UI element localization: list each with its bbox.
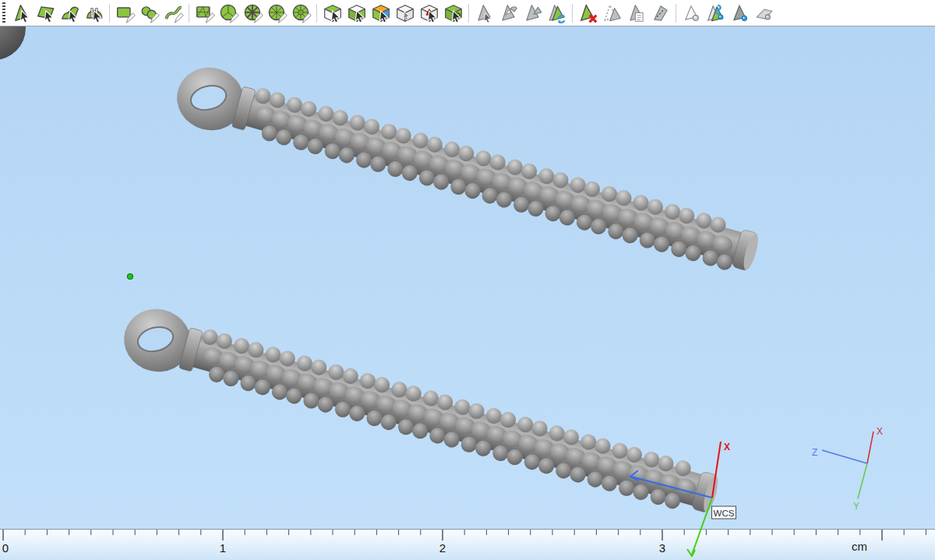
- cancel-selection-icon[interactable]: [578, 3, 598, 23]
- ruler-label-2: 2: [439, 541, 446, 555]
- viewport-3d[interactable]: 0 1 2 3 cm X WCS X Z Y: [0, 0, 935, 560]
- reselect-icon[interactable]: [523, 3, 543, 23]
- selection-toolbar: [0, 0, 935, 26]
- select-wheel-icon[interactable]: [267, 3, 288, 23]
- select-solid-all-icon[interactable]: [395, 3, 415, 23]
- ruler-band: [0, 529, 935, 560]
- toolbar-separator: [572, 4, 573, 23]
- application-window: 0 1 2 3 cm X WCS X Z Y: [0, 0, 935, 560]
- toolbar-separator: [676, 4, 676, 23]
- select-wheel-alt-icon[interactable]: [291, 3, 312, 23]
- wcs-x-axis-label: X: [724, 442, 730, 453]
- toolbar-separator: [109, 4, 110, 23]
- select-object-icon[interactable]: [12, 3, 32, 23]
- ruler-unit-label: cm: [852, 540, 867, 553]
- toolbar-drag-handle[interactable]: [2, 2, 5, 24]
- select-solid-face-arrow-icon[interactable]: [443, 3, 464, 23]
- swap-selection-icon[interactable]: [547, 3, 567, 23]
- ruler-label-1: 1: [220, 541, 226, 555]
- pick-chain-icon[interactable]: [706, 3, 726, 23]
- toolbar-separator: [189, 4, 189, 23]
- select-by-curve-icon[interactable]: [164, 3, 184, 23]
- pick-point-icon[interactable]: [682, 3, 702, 23]
- select-previous-icon[interactable]: [602, 3, 623, 23]
- toolbar-separator: [468, 4, 469, 23]
- triad-x-label: X: [877, 426, 883, 437]
- toolbar-icon-strip: [9, 3, 776, 23]
- ruler: 0 1 2 3 cm: [0, 529, 935, 560]
- select-star-icon[interactable]: [243, 3, 263, 23]
- toolbar-separator: [316, 4, 317, 23]
- viewport-background: [0, 0, 935, 560]
- select-plane-icon[interactable]: [651, 3, 671, 23]
- ruler-label-3: 3: [659, 541, 665, 555]
- pick-plane-point-icon[interactable]: [754, 3, 774, 23]
- select-solid-multicolor-icon[interactable]: [371, 3, 391, 23]
- ruler-label-0: 0: [2, 541, 9, 555]
- select-solid-interior-icon[interactable]: [419, 3, 439, 23]
- select-solid-top-face-icon[interactable]: [323, 3, 343, 23]
- deselect-icon[interactable]: [475, 3, 495, 23]
- pick-object-point-icon[interactable]: [730, 3, 750, 23]
- select-mesh-icon[interactable]: [195, 3, 215, 23]
- select-curve-shape-icon[interactable]: [60, 3, 80, 23]
- select-surface-icon[interactable]: [36, 3, 56, 23]
- select-by-blob-icon[interactable]: [139, 3, 160, 23]
- deselect-partial-icon[interactable]: [499, 3, 519, 23]
- select-by-rectangle-icon[interactable]: [115, 3, 136, 23]
- select-pie-icon[interactable]: [219, 3, 239, 23]
- select-shell-icon[interactable]: [84, 3, 104, 23]
- select-document-icon[interactable]: [626, 3, 647, 23]
- triad-y-label: Y: [853, 501, 859, 512]
- triad-z-label: Z: [812, 447, 817, 458]
- construction-point[interactable]: [128, 274, 133, 280]
- select-solid-sides-icon[interactable]: [347, 3, 367, 23]
- wcs-label: WCS: [714, 509, 735, 518]
